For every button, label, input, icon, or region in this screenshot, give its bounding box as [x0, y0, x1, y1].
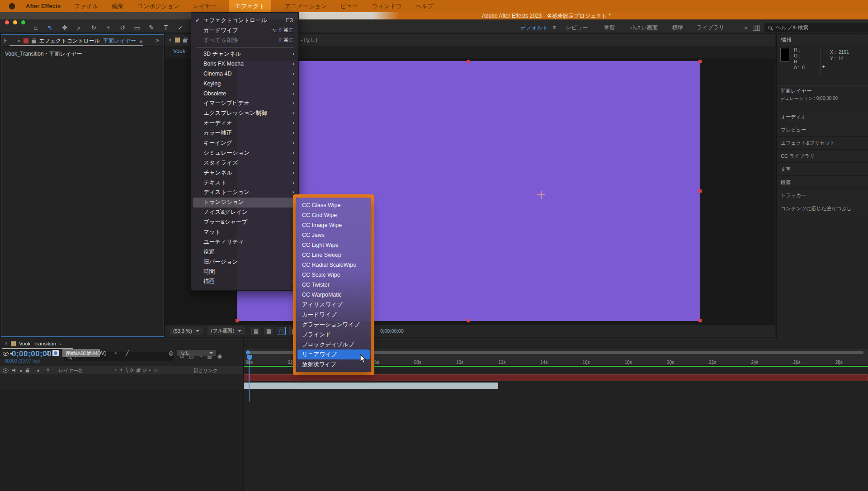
tool-icon[interactable]: ⌂: [32, 24, 40, 32]
menubar-item[interactable]: ウィンドウ: [372, 0, 402, 12]
menubar-item[interactable]: ヘルプ: [415, 0, 434, 12]
tool-icon[interactable]: T: [162, 24, 170, 32]
menu-category-item[interactable]: シミュレーション ›: [191, 148, 298, 158]
menu-category-item[interactable]: 時間 ›: [191, 267, 298, 277]
menubar-item[interactable]: レイヤー: [193, 0, 217, 12]
submenu-item[interactable]: CC Line Sweep: [296, 250, 371, 260]
submenu-item[interactable]: CC WarpoMatic: [296, 290, 371, 300]
layer-row[interactable]: › 2 [PANA0210.MOV] ◔ ╱ ◎ なし: [0, 349, 244, 357]
menu-category-item[interactable]: ブラー&シャープ ›: [191, 217, 298, 227]
tool-icon[interactable]: ✥: [61, 24, 69, 32]
menu-category-item[interactable]: キーイング ›: [191, 138, 298, 148]
resolution-dropdown[interactable]: (フル画質): [208, 326, 245, 335]
expand-arrow-icon[interactable]: ›: [30, 349, 32, 357]
menu-category-item[interactable]: エクスプレッション制御 ›: [191, 109, 298, 118]
submenu-item[interactable]: ブラインド: [296, 330, 371, 340]
work-area-start-handle[interactable]: [246, 350, 250, 354]
menu-category-item[interactable]: Boris FX Mocha ›: [191, 59, 298, 69]
submenu-item[interactable]: CC Glass Wipe: [296, 200, 371, 210]
selection-handle[interactable]: [698, 189, 702, 193]
menu-category-item[interactable]: マット ›: [191, 227, 298, 237]
submenu-item[interactable]: CC Grid Wipe: [296, 210, 371, 220]
panel-menu-icon[interactable]: ≡: [860, 37, 863, 42]
zoom-window-button[interactable]: [21, 20, 25, 24]
menu-category-item[interactable]: 旧バージョン ›: [191, 257, 298, 267]
collapsed-panel-header[interactable]: エフェクト&プリセット: [777, 136, 868, 149]
info-panel-header[interactable]: 情報 ≡: [777, 34, 868, 45]
layer-duration-bar[interactable]: [244, 382, 498, 389]
collapsed-panel-header[interactable]: 文字: [777, 162, 868, 175]
timeline-tabbar[interactable]: × Vook_Transition ≡: [0, 338, 868, 349]
track-area[interactable]: [244, 366, 868, 491]
panel-menu-icon[interactable]: ≡: [139, 38, 142, 44]
anchor-point-icon[interactable]: [537, 191, 545, 199]
tool-icon[interactable]: ↖: [46, 24, 54, 32]
workspace-tab[interactable]: 学習: [604, 24, 615, 32]
viewer-icon[interactable]: ▤: [251, 327, 260, 335]
layer-name[interactable]: [PANA0210.MOV]: [62, 349, 109, 357]
panel-divider[interactable]: [243, 338, 244, 491]
eye-icon[interactable]: [3, 349, 9, 357]
submenu-item[interactable]: CC Jaws: [296, 230, 371, 240]
collapsed-panel-header[interactable]: CC ライブラリ: [777, 149, 868, 162]
menu-category-item[interactable]: 3D チャンネル ›: [191, 49, 298, 59]
submenu-item[interactable]: CC Scale Wipe: [296, 270, 371, 280]
menu-category-item[interactable]: ディストーション ›: [191, 188, 298, 198]
menu-category-item[interactable]: 描画 ›: [191, 277, 298, 287]
tool-icon[interactable]: ↻: [90, 24, 98, 32]
menu-category-item[interactable]: テキスト ›: [191, 178, 298, 188]
layer-duration-bar[interactable]: [244, 374, 868, 381]
viewer-icon[interactable]: ◻: [277, 327, 286, 335]
selection-handle[interactable]: [698, 60, 702, 63]
submenu-item[interactable]: ブロックディゾルブ: [296, 340, 371, 349]
apple-menu-icon[interactable]: [9, 3, 15, 9]
menu-category-item[interactable]: カラー補正 ›: [191, 128, 298, 138]
menu-category-item[interactable]: ノイズ&グレイン ›: [191, 208, 298, 217]
menu-category-item[interactable]: スタイライズ ›: [191, 158, 298, 168]
close-window-button[interactable]: [5, 20, 9, 24]
tool-icon[interactable]: ▭: [133, 24, 141, 32]
menu-category-item[interactable]: トランジション ›: [193, 198, 297, 208]
menubar-item[interactable]: コンポジション: [137, 0, 179, 12]
menu-category-item[interactable]: Keying ›: [191, 79, 298, 89]
submenu-item[interactable]: CC Image Wipe: [296, 220, 371, 230]
tool-icon[interactable]: ✓: [176, 24, 184, 32]
lock-icon[interactable]: [183, 39, 187, 42]
menu-category-item[interactable]: オーディオ ›: [191, 118, 298, 128]
menubar-item[interactable]: ファイル: [74, 0, 98, 12]
collapsed-panel-header[interactable]: トラッカー: [777, 189, 868, 202]
menu-item[interactable]: ✓ カードワイプ ⌥⇧⌘E: [191, 25, 298, 35]
submenu-item[interactable]: CC Radial ScaleWipe: [296, 260, 371, 270]
parent-pickwhip-icon[interactable]: ◎: [169, 349, 173, 357]
viewer-tab-fragment[interactable]: Vook_: [173, 48, 188, 54]
submenu-item[interactable]: アイリスワイプ: [296, 300, 371, 310]
menubar-item[interactable]: アニメーション: [285, 0, 327, 12]
menubar-item[interactable]: 編集: [112, 0, 124, 12]
tool-icon[interactable]: ↺: [118, 24, 127, 32]
menu-category-item[interactable]: チャンネル ›: [191, 168, 298, 178]
magnification-dropdown[interactable]: (53.3 %): [170, 327, 203, 335]
lock-icon[interactable]: [32, 40, 36, 43]
menu-category-item[interactable]: イマーシブビデオ ›: [191, 99, 298, 109]
collapsed-panel-header[interactable]: 段落: [777, 175, 868, 189]
panel-overflow-icon[interactable]: »: [156, 37, 159, 43]
menu-category-item[interactable]: Cinema 4D ›: [191, 69, 298, 79]
menu-item[interactable]: ✓ すべてを削除 ⇧⌘E: [191, 35, 298, 45]
close-tab-icon[interactable]: ×: [17, 38, 20, 44]
workspace-tab[interactable]: 標準: [672, 24, 683, 32]
tool-icon[interactable]: ✎: [147, 24, 156, 32]
parent-dropdown[interactable]: なし: [177, 350, 216, 356]
parent-column-header[interactable]: 親とリンク: [193, 366, 217, 374]
workspace-tab[interactable]: デフォルト: [520, 24, 548, 32]
workspace-overflow-icon[interactable]: »: [744, 24, 747, 31]
minimize-window-button[interactable]: [13, 20, 17, 24]
workspace-tab[interactable]: ライブラリ: [697, 24, 724, 32]
panel-menu-icon[interactable]: ≡: [59, 341, 62, 346]
submenu-item[interactable]: グラデーションワイプ: [296, 320, 371, 330]
submenu-item[interactable]: CC Twister: [296, 280, 371, 290]
close-tab-icon[interactable]: ×: [169, 37, 172, 43]
workspace-grid-icon[interactable]: [753, 25, 760, 31]
selection-handle[interactable]: [698, 319, 702, 322]
viewer-icon[interactable]: ▦: [264, 327, 273, 335]
collapsed-panel-header[interactable]: オーディオ: [777, 110, 868, 123]
